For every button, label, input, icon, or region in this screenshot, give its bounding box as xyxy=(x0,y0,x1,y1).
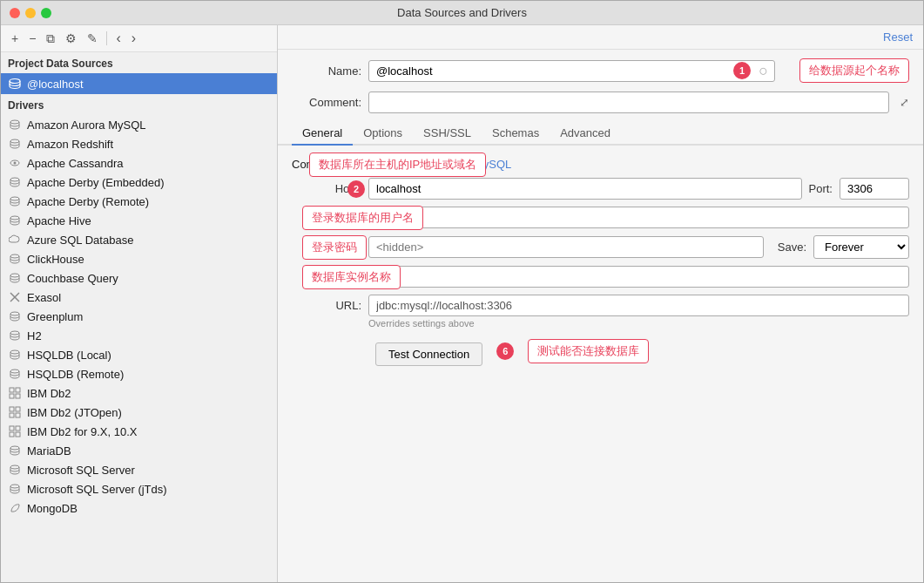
driver-item[interactable]: Amazon Redshift xyxy=(1,134,277,153)
svg-rect-21 xyxy=(16,407,20,411)
driver-item[interactable]: IBM Db2 (JTOpen) xyxy=(1,403,277,422)
comment-input[interactable] xyxy=(368,92,889,113)
driver-label: IBM Db2 (JTOpen) xyxy=(27,406,122,419)
driver-label: Exasol xyxy=(27,291,61,304)
maximize-button[interactable] xyxy=(41,8,51,18)
datasource-icon xyxy=(8,77,22,91)
save-select[interactable]: Forever Until Restart Never xyxy=(813,235,909,259)
remove-datasource-button[interactable]: − xyxy=(25,30,39,47)
tab-schemas[interactable]: Schemas xyxy=(482,122,550,146)
driver-label: Apache Derby (Remote) xyxy=(27,195,149,208)
name-input[interactable] xyxy=(368,60,775,82)
url-label: URL: xyxy=(292,299,361,312)
name-input-wrap: 1 ○ xyxy=(368,60,775,82)
port-label: Port: xyxy=(809,182,833,195)
driver-label: MariaDB xyxy=(27,444,71,458)
expand-icon[interactable]: ⤢ xyxy=(900,96,909,109)
back-button[interactable]: ‹ xyxy=(112,29,124,48)
driver-label: HSQLDB (Remote) xyxy=(27,368,124,381)
driver-icon xyxy=(8,156,22,170)
driver-icon xyxy=(8,252,22,266)
title-bar: Data Sources and Drivers xyxy=(1,1,923,25)
conn-type-row: Connection type: default Driver: MySQL 数… xyxy=(292,154,909,178)
close-button[interactable] xyxy=(10,8,20,18)
database-input[interactable] xyxy=(368,266,909,288)
svg-rect-18 xyxy=(10,394,14,398)
edit-button[interactable]: ✎ xyxy=(84,30,101,47)
driver-item[interactable]: Apache Derby (Remote) xyxy=(1,192,277,211)
callout-password: 登录密码 xyxy=(302,235,367,260)
comment-label: Comment: xyxy=(292,96,361,109)
tab-ssh-ssl[interactable]: SSH/SSL xyxy=(413,122,482,146)
svg-point-7 xyxy=(10,216,19,220)
driver-item[interactable]: Microsoft SQL Server xyxy=(1,460,277,479)
add-datasource-button[interactable]: + xyxy=(8,30,22,47)
driver-item[interactable]: Microsoft SQL Server (jTds) xyxy=(1,479,277,498)
spinner-icon: ○ xyxy=(759,62,768,80)
copy-datasource-button[interactable]: ⧉ xyxy=(43,30,58,48)
tab-advanced[interactable]: Advanced xyxy=(550,122,621,146)
left-toolbar: + − ⧉ ⚙ ✎ ‹ › xyxy=(1,25,277,52)
reset-button[interactable]: Reset xyxy=(883,31,913,44)
driver-label: Greenplum xyxy=(27,310,83,323)
forward-button[interactable]: › xyxy=(128,29,139,48)
driver-item[interactable]: MongoDB xyxy=(1,498,277,518)
driver-item[interactable]: Amazon Aurora MySQL xyxy=(1,115,277,134)
window-controls[interactable] xyxy=(10,8,51,18)
url-input[interactable] xyxy=(368,295,909,316)
driver-label: Apache Derby (Embedded) xyxy=(27,176,165,189)
driver-item[interactable]: HSQLDB (Remote) xyxy=(1,364,277,383)
driver-label: Amazon Aurora MySQL xyxy=(27,119,146,132)
driver-item[interactable]: Couchbase Query xyxy=(1,268,277,288)
driver-icon xyxy=(8,501,22,515)
callout-name: 给数据源起个名称 xyxy=(799,58,909,83)
driver-item[interactable]: IBM Db2 xyxy=(1,383,277,403)
driver-item[interactable]: Greenplum xyxy=(1,307,277,326)
minimize-button[interactable] xyxy=(25,8,36,18)
driver-label: Microsoft SQL Server (jTds) xyxy=(27,483,167,496)
driver-icon xyxy=(8,137,22,151)
project-item-label: @localhost xyxy=(27,78,84,91)
svg-point-9 xyxy=(10,274,19,277)
settings-button[interactable]: ⚙ xyxy=(62,30,80,47)
svg-point-13 xyxy=(10,331,19,335)
project-datasource-item[interactable]: @localhost xyxy=(1,73,277,94)
user-row: User: 3 登录数据库的用户名 xyxy=(292,207,909,228)
driver-item[interactable]: H2 xyxy=(1,326,277,345)
driver-label: Apache Cassandra xyxy=(27,157,124,170)
driver-item[interactable]: ClickHouse xyxy=(1,249,277,268)
tab-options[interactable]: Options xyxy=(353,122,413,146)
password-input[interactable] xyxy=(368,236,764,258)
driver-item[interactable]: Exasol xyxy=(1,288,277,307)
driver-item[interactable]: Apache Derby (Embedded) xyxy=(1,173,277,192)
driver-label: IBM Db2 xyxy=(27,387,71,400)
driver-item[interactable]: IBM Db2 for 9.X, 10.X xyxy=(1,422,277,441)
driver-item[interactable]: Apache Hive xyxy=(1,211,277,230)
driver-item[interactable]: HSQLDB (Local) xyxy=(1,345,277,364)
driver-label: Apache Hive xyxy=(27,214,91,227)
database-row: Database: 5 数据库实例名称 xyxy=(292,266,909,288)
driver-item[interactable]: MariaDB xyxy=(1,441,277,460)
driver-icon xyxy=(8,271,22,285)
port-input[interactable] xyxy=(840,178,909,200)
driver-icon xyxy=(8,386,22,400)
name-row: Name: 1 ○ 给数据源起个名称 xyxy=(278,50,923,88)
driver-icon xyxy=(8,309,22,323)
window-title: Data Sources and Drivers xyxy=(397,6,527,19)
comment-row: Comment: ⤢ xyxy=(278,88,923,117)
host-input[interactable] xyxy=(368,178,802,200)
tabs-row: General Options SSH/SSL Schemas Advanced xyxy=(278,117,923,146)
password-input-wrap: 4 xyxy=(368,236,764,258)
svg-rect-17 xyxy=(16,388,20,392)
driver-label: Couchbase Query xyxy=(27,272,118,285)
driver-label: Amazon Redshift xyxy=(27,138,113,151)
driver-item[interactable]: Apache Cassandra xyxy=(1,153,277,173)
driver-icon xyxy=(8,482,22,496)
driver-icon xyxy=(8,194,22,208)
driver-icon xyxy=(8,367,22,381)
user-input[interactable] xyxy=(368,207,909,228)
svg-point-29 xyxy=(10,465,19,469)
test-connection-button[interactable]: Test Connection xyxy=(375,342,482,366)
tab-general[interactable]: General xyxy=(292,122,353,146)
driver-item[interactable]: Azure SQL Database xyxy=(1,230,277,249)
